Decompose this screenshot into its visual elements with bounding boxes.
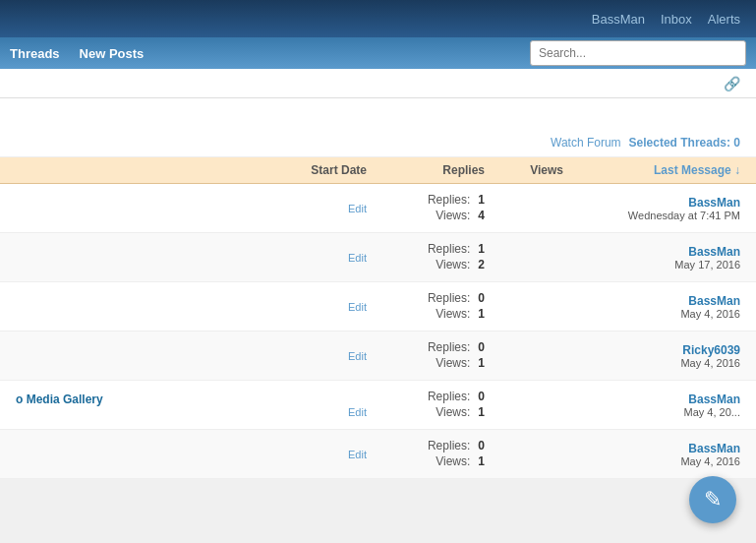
nav-inbox[interactable]: Inbox: [661, 12, 692, 27]
selected-count: 0: [733, 136, 740, 150]
views-value: 2: [478, 258, 485, 272]
thread-edit-link[interactable]: Edit: [16, 203, 367, 214]
table-row: Edit Replies: 1 Views: 4 BassMan Wednesd…: [0, 184, 756, 233]
thread-list: Edit Replies: 1 Views: 4 BassMan Wednesd…: [0, 184, 756, 479]
sub-nav-bar: Threads New Posts: [0, 37, 756, 69]
top-nav-bar: BassMan Inbox Alerts: [0, 0, 756, 37]
views-label: Views:: [436, 356, 470, 370]
nav-alerts[interactable]: Alerts: [708, 12, 740, 27]
replies-label: Replies:: [428, 390, 470, 403]
nav-new-posts[interactable]: New Posts: [80, 46, 145, 61]
thread-title-cell: Edit: [16, 203, 367, 214]
icon-bar: 🔗: [0, 69, 756, 98]
replies-cell: Replies: 0 Views: 1: [367, 340, 485, 372]
selected-threads-label: Selected Threads: 0: [629, 136, 740, 150]
fab-button[interactable]: ✎: [689, 476, 736, 523]
replies-label: Replies:: [428, 291, 470, 305]
last-message-user[interactable]: BassMan: [563, 196, 740, 210]
views-label: Views:: [436, 454, 470, 468]
replies-value: 1: [478, 242, 485, 256]
search-input[interactable]: [530, 40, 746, 66]
replies-value: 0: [478, 340, 485, 354]
views-label: Views:: [436, 405, 470, 419]
views-label: Views:: [436, 258, 470, 272]
col-views: Views: [485, 163, 563, 177]
col-start-date: Start Date: [16, 163, 367, 177]
last-message-cell: BassMan May 4, 20...: [563, 392, 740, 418]
views-value: 4: [478, 209, 485, 222]
edit-icon: ✎: [704, 487, 722, 513]
thread-title-cell: Edit: [16, 252, 367, 264]
views-value: 1: [478, 454, 485, 468]
last-message-cell: BassMan May 4, 2016: [563, 442, 740, 467]
nav-user[interactable]: BassMan: [592, 12, 645, 27]
action-bar: Watch Forum Selected Threads: 0: [0, 128, 756, 157]
last-message-cell: Ricky6039 May 4, 2016: [563, 343, 740, 369]
table-row: Edit Replies: 1 Views: 2 BassMan May 17,…: [0, 233, 756, 282]
last-message-date: May 4, 2016: [563, 357, 740, 369]
table-header: Start Date Replies Views Last Message ↓: [0, 157, 756, 184]
last-message-date: May 4, 20...: [563, 406, 740, 418]
spacer: [0, 98, 756, 128]
thread-edit-link[interactable]: Edit: [16, 350, 367, 362]
views-label: Views:: [436, 209, 470, 222]
thread-edit-link[interactable]: Edit: [16, 406, 367, 418]
last-message-user[interactable]: BassMan: [563, 294, 740, 308]
last-message-cell: BassMan Wednesday at 7:41 PM: [563, 196, 740, 221]
replies-value: 0: [478, 439, 485, 452]
replies-label: Replies:: [428, 242, 470, 256]
last-message-date: Wednesday at 7:41 PM: [563, 210, 740, 221]
col-replies: Replies: [367, 163, 485, 177]
table-row: Edit Replies: 0 Views: 1 BassMan May 4, …: [0, 282, 756, 332]
replies-label: Replies:: [428, 340, 470, 354]
thread-edit-link[interactable]: Edit: [16, 449, 367, 460]
last-message-user[interactable]: BassMan: [563, 442, 740, 455]
replies-cell: Replies: 0 Views: 1: [367, 390, 485, 421]
table-row: Edit Replies: 0 Views: 1 BassMan May 4, …: [0, 430, 756, 479]
last-message-user[interactable]: BassMan: [563, 245, 740, 259]
thread-title-cell: Edit: [16, 301, 367, 313]
replies-label: Replies:: [428, 439, 470, 452]
thread-title[interactable]: o Media Gallery: [16, 392, 367, 406]
views-label: Views:: [436, 307, 470, 321]
replies-value: 1: [478, 193, 485, 207]
table-row: Edit Replies: 0 Views: 1 Ricky6039 May 4…: [0, 332, 756, 381]
watch-forum-button[interactable]: Watch Forum: [551, 136, 621, 150]
views-value: 1: [478, 356, 485, 370]
replies-value: 0: [478, 390, 485, 403]
thread-title-cell: Edit: [16, 449, 367, 460]
views-value: 1: [478, 405, 485, 419]
last-message-user[interactable]: Ricky6039: [563, 343, 740, 357]
last-message-date: May 17, 2016: [563, 259, 740, 271]
external-link-icon[interactable]: 🔗: [724, 76, 740, 91]
last-message-user[interactable]: BassMan: [563, 392, 740, 406]
replies-cell: Replies: 1 Views: 4: [367, 193, 485, 224]
last-message-cell: BassMan May 4, 2016: [563, 294, 740, 320]
replies-cell: Replies: 0 Views: 1: [367, 439, 485, 470]
replies-cell: Replies: 0 Views: 1: [367, 291, 485, 323]
views-value: 1: [478, 307, 485, 321]
table-row: o Media Gallery Edit Replies: 0 Views: 1…: [0, 381, 756, 430]
thread-edit-link[interactable]: Edit: [16, 301, 367, 313]
last-message-date: May 4, 2016: [563, 455, 740, 467]
nav-threads[interactable]: Threads: [10, 46, 60, 61]
replies-label: Replies:: [428, 193, 470, 207]
thread-edit-link[interactable]: Edit: [16, 252, 367, 264]
last-message-cell: BassMan May 17, 2016: [563, 245, 740, 271]
replies-cell: Replies: 1 Views: 2: [367, 242, 485, 273]
thread-title-cell: Edit: [16, 350, 367, 362]
thread-title-cell: o Media Gallery Edit: [16, 392, 367, 418]
col-last-message[interactable]: Last Message ↓: [563, 163, 740, 177]
last-message-date: May 4, 2016: [563, 308, 740, 320]
replies-value: 0: [478, 291, 485, 305]
